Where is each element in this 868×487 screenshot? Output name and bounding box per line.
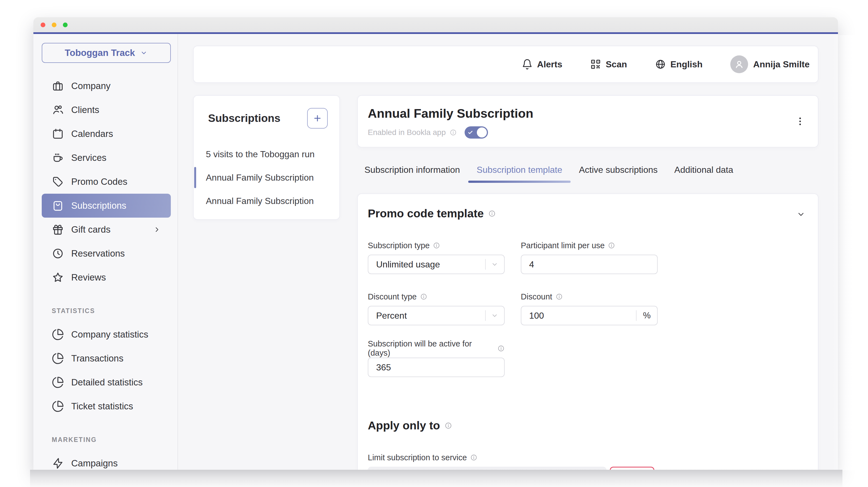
sidebar-section-label: STATISTICS xyxy=(42,307,171,315)
tab-subscription-template[interactable]: Subscription template xyxy=(476,165,562,183)
info-icon[interactable] xyxy=(450,129,457,136)
subscription-list-item[interactable]: Annual Family Subscription xyxy=(194,189,339,213)
limit-to-service-label: Limit subscription to service xyxy=(368,453,467,462)
collapse-chevron-icon[interactable] xyxy=(796,210,806,219)
select-divider xyxy=(485,310,486,321)
page-title: Annual Family Subscription xyxy=(368,106,807,121)
check-icon xyxy=(467,129,473,135)
coffee-icon xyxy=(52,152,64,164)
sidebar-item-ticket-statistics[interactable]: Ticket statistics xyxy=(42,394,171,418)
star-icon xyxy=(52,271,64,283)
participant-limit-value: 4 xyxy=(529,260,657,270)
topbar-language[interactable]: English xyxy=(655,59,703,70)
zoom-window-button[interactable] xyxy=(63,23,68,27)
sidebar-item-label: Ticket statistics xyxy=(71,401,133,412)
subscriptions-list: 5 visits to the Toboggan runAnnual Famil… xyxy=(194,143,339,213)
tab-active-subscriptions[interactable]: Active subscriptions xyxy=(579,165,658,183)
tab-label: Subscription template xyxy=(476,165,562,175)
sidebar-item-subscriptions[interactable]: Subscriptions xyxy=(42,194,171,218)
tab-label: Additional data xyxy=(674,165,733,175)
discount-input[interactable]: 100 % xyxy=(521,306,658,325)
sidebar-item-campaigns[interactable]: Campaigns xyxy=(42,451,171,470)
enabled-toggle[interactable] xyxy=(465,126,488,139)
info-icon[interactable] xyxy=(556,293,563,300)
discount-type-value: Percent xyxy=(376,310,485,321)
clock-icon xyxy=(52,247,64,260)
avatar xyxy=(730,55,748,73)
sidebar-item-company[interactable]: Company xyxy=(42,74,171,98)
shopping-bag-icon xyxy=(52,200,64,212)
info-icon[interactable] xyxy=(470,454,477,461)
sidebar-item-label: Reviews xyxy=(71,272,106,283)
detail-tabs: Subscription informationSubscription tem… xyxy=(357,165,818,183)
sidebar-item-label: Subscriptions xyxy=(71,201,126,211)
info-icon[interactable] xyxy=(608,242,615,249)
sidebar-item-services[interactable]: Services xyxy=(42,146,171,170)
qr-icon xyxy=(590,59,601,70)
topbar-scan[interactable]: Scan xyxy=(590,59,627,70)
sidebar-section-label: MARKETING xyxy=(42,436,171,444)
tab-label: Active subscriptions xyxy=(579,165,658,175)
sidebar-item-reservations[interactable]: Reservations xyxy=(42,242,171,266)
sidebar-item-clients[interactable]: Clients xyxy=(42,98,171,122)
info-icon[interactable] xyxy=(420,293,427,300)
sidebar-item-label: Gift cards xyxy=(71,224,111,235)
info-icon[interactable] xyxy=(433,242,440,249)
sidebar-item-detailed-statistics[interactable]: Detailed statistics xyxy=(42,370,171,394)
briefcase-icon xyxy=(52,80,64,92)
sidebar-item-label: Company xyxy=(71,81,111,91)
remove-service-button[interactable] xyxy=(610,467,654,470)
sidebar-item-gift-cards[interactable]: Gift cards xyxy=(42,218,171,242)
promo-code-template-card: Promo code template Subscription type xyxy=(357,193,818,470)
chevron-right-icon xyxy=(151,225,163,234)
topbar-alerts[interactable]: Alerts xyxy=(522,59,562,70)
workspace-label: Toboggan Track xyxy=(65,48,135,58)
sidebar-nav: CompanyClientsCalendarsServicesPromo Cod… xyxy=(42,74,171,470)
active-days-input[interactable]: 365 xyxy=(368,358,505,377)
close-window-button[interactable] xyxy=(41,23,45,27)
app-window: Toboggan Track CompanyClientsCalendarsSe… xyxy=(33,17,838,470)
info-icon[interactable] xyxy=(488,210,496,217)
pie-icon xyxy=(52,400,64,413)
bottom-fade-shadow xyxy=(30,470,842,487)
users-icon xyxy=(52,104,64,116)
user-menu[interactable]: Annija Smilte xyxy=(730,55,810,73)
sidebar-item-transactions[interactable]: Transactions xyxy=(42,346,171,370)
info-icon[interactable] xyxy=(497,345,505,352)
service-select[interactable] xyxy=(368,467,607,470)
sidebar-item-company-statistics[interactable]: Company statistics xyxy=(42,323,171,346)
sidebar-item-reviews[interactable]: Reviews xyxy=(42,266,171,290)
subscription-list-item[interactable]: 5 visits to the Toboggan run xyxy=(194,143,339,166)
tab-subscription-information[interactable]: Subscription information xyxy=(365,165,460,183)
workspace-selector[interactable]: Toboggan Track xyxy=(42,43,171,63)
sidebar: Toboggan Track CompanyClientsCalendarsSe… xyxy=(33,34,178,470)
main-area: AlertsScanEnglishAnnija Smilte Subscript… xyxy=(178,34,838,470)
window-titlebar xyxy=(33,17,838,32)
sidebar-item-label: Services xyxy=(71,152,106,163)
calendar-icon xyxy=(52,128,64,140)
minimize-window-button[interactable] xyxy=(52,23,57,27)
topbar: AlertsScanEnglishAnnija Smilte xyxy=(193,45,818,83)
info-icon[interactable] xyxy=(444,422,452,429)
tab-additional-data[interactable]: Additional data xyxy=(674,165,733,183)
sidebar-item-label: Company statistics xyxy=(71,329,148,340)
subscription-type-select[interactable]: Unlimited usage xyxy=(368,255,505,274)
sidebar-item-calendars[interactable]: Calendars xyxy=(42,122,171,146)
subscriptions-panel-title: Subscriptions xyxy=(208,112,280,124)
kebab-menu-icon[interactable] xyxy=(795,113,806,130)
plus-icon xyxy=(312,113,322,123)
subscription-list-item[interactable]: Annual Family Subscription xyxy=(194,166,339,189)
enabled-in-app-label: Enabled in Bookla app xyxy=(368,128,446,137)
topbar-language-label: English xyxy=(671,59,703,69)
sidebar-item-promo-codes[interactable]: Promo Codes xyxy=(42,170,171,194)
participant-limit-input[interactable]: 4 xyxy=(521,255,658,274)
discount-label: Discount xyxy=(521,292,552,301)
bell-icon xyxy=(522,59,533,70)
pie-icon xyxy=(52,376,64,389)
add-subscription-button[interactable] xyxy=(307,108,328,128)
discount-type-select[interactable]: Percent xyxy=(368,306,505,325)
discount-type-label: Discount type xyxy=(368,292,417,301)
sidebar-item-label: Calendars xyxy=(71,128,113,139)
subscription-type-label: Subscription type xyxy=(368,241,430,250)
subscription-list-item-label: Annual Family Subscription xyxy=(206,173,314,183)
